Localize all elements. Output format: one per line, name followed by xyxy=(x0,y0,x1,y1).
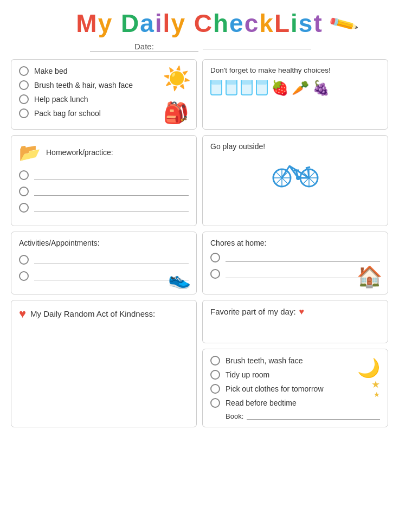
chores-line-1 xyxy=(210,253,380,262)
play-outside-card: Go play outside! xyxy=(202,135,388,226)
random-header: ♥ My Daily Random Act of Kindness: xyxy=(19,307,189,321)
chores-title: Chores at home: xyxy=(210,239,380,247)
bedtime-item-2: Tidy up room xyxy=(210,370,380,380)
random-title: My Daily Random Act of Kindness: xyxy=(30,309,155,318)
chores-card: Chores at home: 🏠 xyxy=(202,232,388,294)
title-area: My Daily CheckList ✏️ xyxy=(11,10,388,37)
bedtime-checkbox-2[interactable] xyxy=(210,370,220,380)
morning-label-2: Brush teeth & hair, wash face xyxy=(34,81,133,89)
morning-label-3: Help pack lunch xyxy=(34,95,88,104)
strawberry-icon: 🍓 xyxy=(271,80,288,97)
checkbox-make-bed[interactable] xyxy=(19,66,29,76)
book-underline xyxy=(247,412,380,420)
bedtime-checkbox-3[interactable] xyxy=(210,384,220,394)
backpack-icon: 🎒 xyxy=(163,101,189,125)
homework-title: Homework/practice: xyxy=(46,148,113,157)
activities-underline-1 xyxy=(34,255,189,264)
homework-header: 📂 Homework/practice: xyxy=(19,142,189,163)
activities-title: Activities/Appointments: xyxy=(19,239,189,247)
random-kindness-card: ♥ My Daily Random Act of Kindness: xyxy=(11,300,197,427)
bicycle-wrap xyxy=(210,155,380,190)
water-glass-2 xyxy=(226,80,237,95)
homework-line-2 xyxy=(19,187,189,196)
homework-line-3 xyxy=(19,203,189,213)
checkbox-brush-teeth[interactable] xyxy=(19,80,29,90)
homework-card: 📂 Homework/practice: xyxy=(11,135,197,226)
bedtime-label-1: Brush teeth, wash face xyxy=(226,356,303,365)
bedtime-checkbox-1[interactable] xyxy=(210,356,220,366)
moon-icon: 🌙 xyxy=(357,357,380,379)
bedtime-label-3: Pick out clothes for tomorrow xyxy=(226,384,324,393)
healthy-icons: 🍓 🥕 🍇 xyxy=(210,80,380,97)
activities-card: Activities/Appointments: 👟 xyxy=(11,232,197,294)
bedtime-label-2: Tidy up room xyxy=(226,370,269,379)
favorite-part-card: Favorite part of my day: ♥ xyxy=(202,300,388,343)
chores-checkbox-2[interactable] xyxy=(210,269,220,279)
svg-line-13 xyxy=(308,169,309,178)
homework-line-1 xyxy=(19,170,189,180)
bedtime-item-4: Read before bedtime xyxy=(210,398,380,408)
cleats-icon: 👟 xyxy=(168,268,191,290)
activities-checkbox-2[interactable] xyxy=(19,271,29,281)
activities-checkbox-1[interactable] xyxy=(19,255,29,265)
book-label: Book: xyxy=(226,412,243,420)
activities-line-1 xyxy=(19,255,189,265)
play-title: Go play outside! xyxy=(210,142,380,151)
morning-label-1: Make bed xyxy=(34,67,67,75)
date-label: Date: xyxy=(90,42,198,52)
hw-underline-3 xyxy=(34,203,189,212)
activities-line-2 xyxy=(19,271,189,281)
water-glass-1 xyxy=(210,80,222,95)
morning-card: Make bed Brush teeth & hair, wash face H… xyxy=(11,59,197,130)
date-underline xyxy=(203,49,311,49)
water-glass-3 xyxy=(241,80,253,95)
sun-icon: ☀️ xyxy=(163,65,191,92)
date-line: Date: xyxy=(11,42,388,52)
healthy-choices-card: Don't forget to make healthy choices! 🍓 … xyxy=(202,59,388,130)
chores-underline-1 xyxy=(226,253,380,262)
house-icon: 🏠 xyxy=(357,265,382,289)
svg-point-15 xyxy=(296,176,300,180)
star-icon-1: ★ xyxy=(357,379,380,390)
activities-underline-2 xyxy=(34,272,189,280)
bedtime-item-1: Brush teeth, wash face xyxy=(210,356,380,366)
star-icon-2: ★ xyxy=(365,390,380,399)
checkbox-lunch[interactable] xyxy=(19,94,29,104)
hw-checkbox-1[interactable] xyxy=(19,170,29,180)
grapes-icon: 🍇 xyxy=(312,80,330,97)
bedtime-card: 🌙 ★ ★ Brush teeth, wash face Tidy up roo… xyxy=(202,349,388,427)
hw-checkbox-2[interactable] xyxy=(19,187,29,196)
checkbox-pack-bag[interactable] xyxy=(19,108,29,118)
svg-line-14 xyxy=(306,167,310,168)
moon-deco: 🌙 ★ ★ xyxy=(357,357,380,399)
healthy-title: Don't forget to make healthy choices! xyxy=(210,66,380,74)
hw-underline-2 xyxy=(34,187,189,196)
bedtime-checkbox-4[interactable] xyxy=(210,398,220,408)
favorite-heart-icon: ♥ xyxy=(299,307,305,317)
favorite-title: Favorite part of my day: xyxy=(210,307,296,316)
chores-checkbox-1[interactable] xyxy=(210,253,220,262)
folder-icon: 📂 xyxy=(19,142,41,163)
bicycle-icon xyxy=(271,155,320,188)
hw-underline-1 xyxy=(34,171,189,180)
book-line: Book: xyxy=(226,412,380,420)
main-grid: Make bed Brush teeth & hair, wash face H… xyxy=(11,59,388,427)
hw-checkbox-3[interactable] xyxy=(19,203,29,213)
carrot-icon: 🥕 xyxy=(292,80,309,97)
morning-label-4: Pack bag for school xyxy=(34,109,101,118)
random-heart-icon: ♥ xyxy=(19,307,26,321)
water-glass-4 xyxy=(256,80,268,95)
chores-line-2 xyxy=(210,269,380,279)
bedtime-item-3: Pick out clothes for tomorrow xyxy=(210,384,380,394)
bedtime-label-4: Read before bedtime xyxy=(226,399,297,407)
